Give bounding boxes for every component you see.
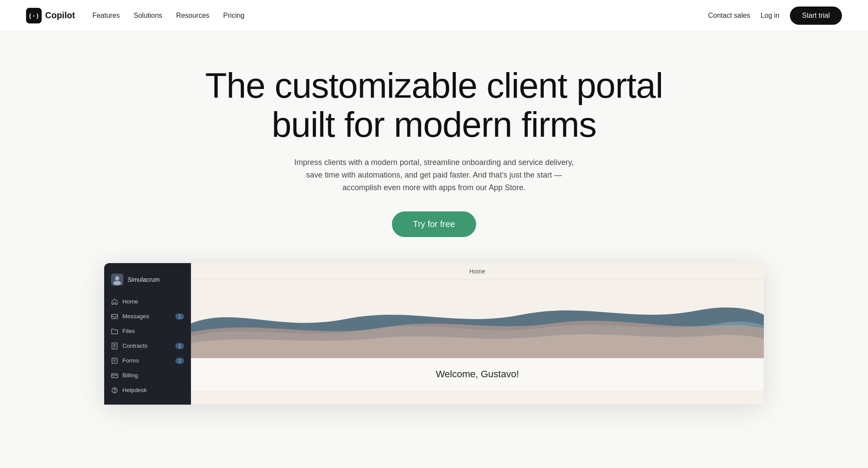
- wave-svg: [191, 280, 764, 358]
- sidebar-item-helpdesk[interactable]: Helpdesk: [104, 383, 191, 398]
- nav-right: Contact sales Log in Start trial: [708, 7, 842, 25]
- forms-badge: 1: [175, 358, 184, 364]
- svg-point-3: [115, 276, 119, 280]
- sidebar-item-messages-label: Messages: [122, 313, 149, 320]
- svg-rect-13: [112, 374, 118, 378]
- nav-item-resources[interactable]: Resources: [176, 12, 209, 20]
- form-icon: [111, 357, 118, 364]
- nav-links: Features Solutions Resources Pricing: [92, 12, 244, 20]
- contact-sales-link[interactable]: Contact sales: [708, 12, 750, 20]
- copilot-logo-icon: (·): [26, 8, 42, 23]
- navbar: (·) Copilot Features Solutions Resources…: [0, 0, 868, 31]
- sidebar-brand: Simulacrum: [128, 276, 160, 283]
- wave-chart: [191, 280, 764, 358]
- sidebar-header: Simulacrum: [104, 270, 191, 294]
- sidebar: Simulacrum Home: [104, 263, 191, 405]
- sidebar-item-files[interactable]: Files: [104, 324, 191, 339]
- billing-icon: [111, 372, 118, 379]
- sidebar-item-files-label: Files: [122, 328, 135, 334]
- logo-link[interactable]: (·) Copilot: [26, 8, 75, 23]
- logo-text: Copilot: [45, 10, 75, 20]
- nav-left: (·) Copilot Features Solutions Resources…: [26, 8, 244, 23]
- message-icon: [111, 313, 118, 320]
- try-for-free-button[interactable]: Try for free: [392, 211, 476, 237]
- home-icon: [111, 298, 118, 305]
- sidebar-item-contracts-label: Contracts: [122, 343, 148, 349]
- hero-subtitle: Impress clients with a modern portal, st…: [286, 156, 582, 194]
- main-content: Home Welcome, Gustavo!: [191, 263, 764, 405]
- sidebar-nav: Home Messages 1: [104, 294, 191, 398]
- nav-item-pricing[interactable]: Pricing: [223, 12, 244, 20]
- svg-rect-10: [112, 358, 117, 363]
- nav-item-features[interactable]: Features: [92, 12, 120, 20]
- sidebar-item-contracts[interactable]: Contracts 1: [104, 339, 191, 353]
- dashboard-preview: Simulacrum Home: [104, 263, 764, 405]
- sidebar-item-billing[interactable]: Billing: [104, 368, 191, 383]
- home-breadcrumb: Home: [469, 268, 485, 275]
- welcome-text: Welcome, Gustavo!: [436, 369, 519, 379]
- avatar-icon: [111, 274, 123, 286]
- sidebar-item-home[interactable]: Home: [104, 294, 191, 309]
- start-trial-button[interactable]: Start trial: [790, 7, 842, 25]
- sidebar-item-billing-label: Billing: [122, 372, 138, 379]
- sidebar-item-messages[interactable]: Messages 1: [104, 309, 191, 324]
- svg-point-17: [114, 392, 115, 392]
- folder-icon: [111, 328, 118, 335]
- sidebar-item-forms-label: Forms: [122, 357, 139, 364]
- helpdesk-icon: [111, 387, 118, 394]
- contracts-badge: 1: [175, 343, 184, 349]
- hero-section: The customizable client portal built for…: [0, 31, 868, 426]
- nav-item-solutions[interactable]: Solutions: [134, 12, 162, 20]
- contract-icon: [111, 343, 118, 349]
- sidebar-item-helpdesk-label: Helpdesk: [122, 387, 147, 393]
- svg-point-4: [113, 281, 121, 285]
- avatar: [111, 274, 123, 286]
- sidebar-item-home-label: Home: [122, 298, 138, 305]
- messages-badge: 1: [175, 313, 184, 320]
- svg-text:(·): (·): [28, 12, 39, 19]
- main-topbar: Home: [191, 263, 764, 280]
- welcome-section: Welcome, Gustavo!: [191, 358, 764, 390]
- login-link[interactable]: Log in: [760, 12, 779, 20]
- hero-title: The customizable client portal built for…: [195, 66, 673, 144]
- sidebar-item-forms[interactable]: Forms 1: [104, 353, 191, 368]
